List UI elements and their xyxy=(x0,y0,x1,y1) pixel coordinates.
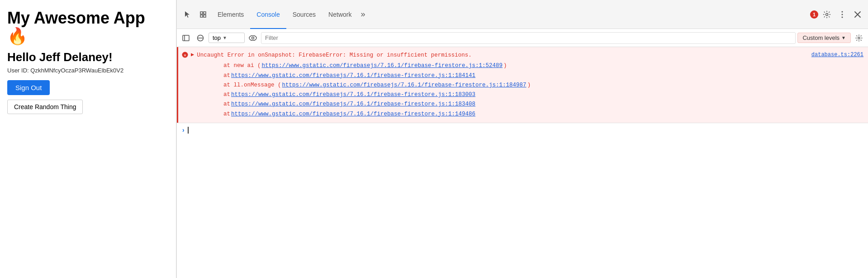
app-title-text: My Awesome App xyxy=(7,9,145,27)
tab-console[interactable]: Console xyxy=(250,1,286,29)
hello-text: Hello Jeff Delaney! xyxy=(7,50,169,64)
error-count: 1 xyxy=(813,12,816,17)
user-id-label: User ID: xyxy=(7,67,29,74)
more-options-button[interactable] xyxy=(835,8,849,21)
settings-icon-button[interactable] xyxy=(820,8,834,21)
close-devtools-button[interactable] xyxy=(851,8,864,21)
error-stack: at new ai (https://www.gstatic.com/fireb… xyxy=(182,61,863,119)
console-input-line[interactable]: › xyxy=(177,123,868,138)
error-badge[interactable]: 1 xyxy=(810,10,818,19)
filter-input[interactable] xyxy=(261,32,796,44)
clear-console-icon[interactable] xyxy=(194,32,207,44)
inspector-icon-button[interactable] xyxy=(196,7,210,22)
context-dropdown-arrow: ▼ xyxy=(223,35,227,40)
stack-link[interactable]: https://www.gstatic.com/firebasejs/7.16.… xyxy=(262,61,503,71)
sign-out-button[interactable]: Sign Out xyxy=(7,80,50,95)
stack-link[interactable]: https://www.gstatic.com/firebasejs/7.16.… xyxy=(231,71,475,81)
svg-rect-10 xyxy=(183,35,189,41)
tab-right-icons: 1 xyxy=(810,8,864,21)
svg-point-7 xyxy=(842,16,843,18)
tab-elements[interactable]: Elements xyxy=(211,1,250,29)
user-id-value: QzkhMNfcyOczaP3RWauElbEk0V2 xyxy=(30,67,123,74)
svg-rect-0 xyxy=(200,12,203,14)
console-prompt-icon: › xyxy=(181,127,185,134)
custom-levels-arrow: ▼ xyxy=(841,35,846,40)
svg-rect-3 xyxy=(204,15,206,17)
stack-line: at https://www.gstatic.com/firebasejs/7.… xyxy=(204,110,863,119)
fire-emoji: 🔥 xyxy=(7,27,28,45)
user-id-text: User ID: QzkhMNfcyOczaP3RWauElbEk0V2 xyxy=(7,67,169,74)
console-toolbar: top ▼ Custom levels ▼ xyxy=(177,29,868,47)
stack-line: at https://www.gstatic.com/firebasejs/7.… xyxy=(204,71,863,81)
error-icon: ✕ xyxy=(182,51,188,61)
stack-line: at ll.onMessage (https://www.gstatic.com… xyxy=(204,81,863,90)
svg-point-14 xyxy=(249,35,256,40)
svg-point-16 xyxy=(858,37,860,38)
error-header: ✕ ▶ Uncaught Error in onSnapshot: Fireba… xyxy=(182,51,863,61)
context-value: top xyxy=(213,34,221,41)
error-main-text: Uncaught Error in onSnapshot: FirebaseEr… xyxy=(197,51,809,60)
svg-point-15 xyxy=(252,37,254,39)
custom-levels-label: Custom levels xyxy=(802,34,840,41)
console-output: ✕ ▶ Uncaught Error in onSnapshot: Fireba… xyxy=(177,47,868,278)
stack-line: at https://www.gstatic.com/firebasejs/7.… xyxy=(204,100,863,109)
devtools-tab-bar: Elements Console Sources Network » 1 xyxy=(177,0,868,29)
app-title: My Awesome App 🔥 xyxy=(7,9,169,45)
devtools-panel: Elements Console Sources Network » 1 xyxy=(176,0,868,278)
console-error-block: ✕ ▶ Uncaught Error in onSnapshot: Fireba… xyxy=(177,47,868,123)
cursor-icon-button[interactable] xyxy=(180,7,195,22)
error-expand-arrow[interactable]: ▶ xyxy=(191,51,194,59)
svg-point-4 xyxy=(826,13,828,15)
live-expressions-icon[interactable] xyxy=(247,32,259,44)
error-file-link[interactable]: database.ts:2261 xyxy=(811,51,863,59)
console-settings-icon[interactable] xyxy=(853,32,865,44)
left-panel: My Awesome App 🔥 Hello Jeff Delaney! Use… xyxy=(0,0,176,278)
svg-point-6 xyxy=(842,14,843,15)
custom-levels-button[interactable]: Custom levels ▼ xyxy=(797,33,851,43)
svg-rect-2 xyxy=(200,15,203,17)
create-random-thing-button[interactable]: Create Random Thing xyxy=(7,100,83,114)
stack-link[interactable]: https://www.gstatic.com/firebasejs/7.16.… xyxy=(231,90,475,100)
stack-link[interactable]: https://www.gstatic.com/firebasejs/7.16.… xyxy=(231,100,475,109)
svg-text:✕: ✕ xyxy=(184,53,186,58)
stack-link[interactable]: https://www.gstatic.com/firebasejs/7.16.… xyxy=(282,81,526,90)
stack-line: at https://www.gstatic.com/firebasejs/7.… xyxy=(204,90,863,100)
stack-line: at new ai (https://www.gstatic.com/fireb… xyxy=(204,61,863,71)
context-selector[interactable]: top ▼ xyxy=(209,33,245,43)
console-cursor xyxy=(188,127,189,134)
sidebar-toggle-icon[interactable] xyxy=(180,32,192,44)
svg-rect-1 xyxy=(204,12,206,14)
tab-network[interactable]: Network xyxy=(322,1,358,29)
error-count-circle: 1 xyxy=(810,10,818,19)
svg-point-5 xyxy=(842,11,843,12)
tab-sources[interactable]: Sources xyxy=(286,1,322,29)
stack-link[interactable]: https://www.gstatic.com/firebasejs/7.16.… xyxy=(231,110,475,119)
more-tabs-button[interactable]: » xyxy=(358,0,368,29)
